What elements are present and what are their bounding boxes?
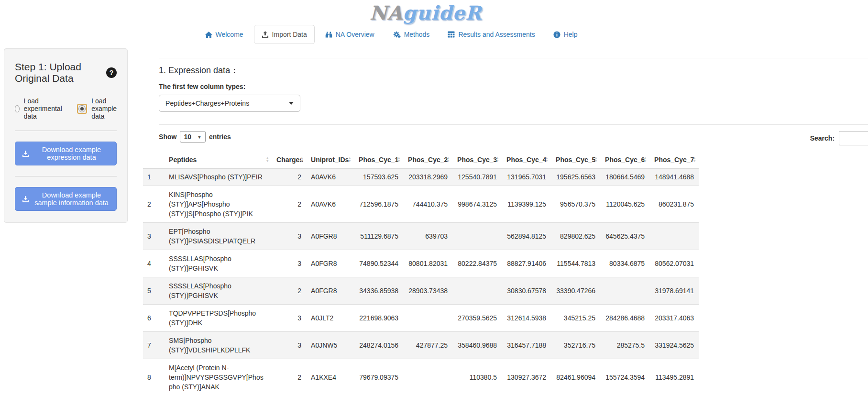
charge-cell: 3 — [272, 305, 306, 332]
table-search-input[interactable] — [839, 131, 868, 145]
value-cell: 180664.5469 — [600, 168, 649, 186]
value-cell: 221698.9063 — [354, 305, 403, 332]
column-header-uniprot_ids[interactable]: Uniprot_IDs▲▼ — [306, 152, 354, 168]
download-icon — [22, 150, 29, 157]
row-index-cell: 8 — [143, 359, 164, 395]
table-row[interactable]: 3EPT[Phospho (STY)]PSIASDISLPIATQELR3A0F… — [143, 223, 699, 250]
table-row[interactable]: 8M[Acetyl (Protein N-term)]NPVYSPGSSGVPY… — [143, 359, 699, 395]
value-cell: 998674.3125 — [452, 186, 502, 223]
value-cell: 331924.5625 — [649, 332, 699, 359]
uniprot-cell: A0JLT2 — [306, 305, 354, 332]
column-header-label: Charges — [276, 156, 303, 164]
naguider-app: NAguideR Welcome Import Data NA Overview — [0, 0, 868, 395]
data-source-radios: Load experimental data Load example data — [15, 97, 117, 120]
value-cell — [403, 359, 452, 395]
radio-load-experimental[interactable]: Load experimental data — [15, 97, 65, 120]
value-cell — [452, 223, 502, 250]
row-index-cell: 5 — [143, 277, 164, 305]
upload-panel: Step 1: Upload Original Data ? Load expe… — [4, 48, 128, 223]
tab-welcome[interactable]: Welcome — [198, 25, 251, 44]
value-cell: 1139399.125 — [502, 186, 551, 223]
row-index-cell: 4 — [143, 250, 164, 277]
value-cell: 511129.6875 — [354, 223, 403, 250]
divider — [15, 176, 117, 176]
peptide-cell: SSSSLLAS[Phospho (STY)]PGHISVK — [164, 277, 272, 305]
sort-icon: ▲▼ — [348, 157, 352, 163]
tab-label: Methods — [404, 30, 430, 39]
column-header-label: Peptides — [169, 156, 197, 164]
download-icon — [22, 196, 29, 203]
table-row[interactable]: 7SMS[Phospho (STY)]VDLSHIPLKDPLLFK3A0JNW… — [143, 332, 699, 359]
sort-icon: ▲▼ — [265, 157, 269, 163]
value-cell: 110380.5 — [452, 359, 502, 395]
value-cell: 80562.07031 — [649, 250, 699, 277]
value-cell: 860231.875 — [649, 186, 699, 223]
column-header-label: Phos_Cyc_1 — [359, 156, 398, 164]
column-header-label: Phos_Cyc_4 — [506, 156, 546, 164]
sort-icon: ▲▼ — [643, 157, 647, 163]
tab-import-data[interactable]: Import Data — [254, 25, 315, 44]
value-cell: 31978.69141 — [649, 277, 699, 305]
download-expression-button[interactable]: Download example expression data — [15, 142, 117, 165]
column-header-peptides[interactable]: Peptides▲▼ — [164, 152, 272, 168]
tab-methods[interactable]: Methods — [385, 25, 438, 44]
tab-label: Welcome — [216, 30, 243, 39]
value-cell: 28903.73438 — [403, 277, 452, 305]
column-header-phos_cyc_5[interactable]: Phos_Cyc_5▲▼ — [551, 152, 600, 168]
tab-results-assessments[interactable]: Results and Assessments — [440, 25, 542, 44]
table-row[interactable]: 6TQDPVPPETPSDS[Phospho (STY)]DHK3A0JLT22… — [143, 305, 699, 332]
value-cell: 131965.7031 — [502, 168, 551, 186]
column-header-label: Phos_Cyc_2 — [408, 156, 448, 164]
main-nav: Welcome Import Data NA Overview Methods — [0, 25, 782, 44]
import-data-panel: 1. Expression data： The first few column… — [143, 48, 868, 395]
download-sample-info-button[interactable]: Download example sample information data — [15, 187, 117, 211]
page-length-select[interactable]: 10 ▼ — [180, 131, 205, 143]
column-header-phos_cyc_2[interactable]: Phos_Cyc_2▲▼ — [403, 152, 452, 168]
question-circle-icon[interactable]: ? — [106, 67, 117, 78]
button-label: Download example expression data — [33, 146, 110, 161]
tab-help[interactable]: Help — [546, 25, 585, 44]
uniprot-cell: A0FGR8 — [306, 250, 354, 277]
table-row[interactable]: 5SSSSLLAS[Phospho (STY)]PGHISVK2A0FGR834… — [143, 277, 699, 305]
uniprot-cell: A0FGR8 — [306, 277, 354, 305]
row-index-cell: 1 — [143, 168, 164, 186]
value-cell — [403, 305, 452, 332]
peptide-cell: M[Acetyl (Protein N-term)]NPVYSPGSSGVPY[… — [164, 359, 272, 395]
value-cell: 195625.6563 — [551, 168, 600, 186]
column-header-label: Uniprot_IDs — [311, 156, 349, 164]
value-cell: 358460.9688 — [452, 332, 502, 359]
column-header-phos_cyc_1[interactable]: Phos_Cyc_1▲▼ — [354, 152, 403, 168]
tab-na-overview[interactable]: NA Overview — [318, 25, 382, 44]
value-cell: 956570.375 — [551, 186, 600, 223]
row-index-header[interactable] — [143, 152, 164, 168]
panel-title: Step 1: Upload Original Data ? — [15, 61, 117, 84]
value-cell: 74890.52344 — [354, 250, 403, 277]
value-cell: 352716.75 — [551, 332, 600, 359]
column-types-select[interactable]: Peptides+Charges+Proteins — [159, 95, 300, 112]
table-row[interactable]: 4SSSSLLAS[Phospho (STY)]PGHISVK3A0FGR874… — [143, 250, 699, 277]
value-cell: 80222.84375 — [452, 250, 502, 277]
value-cell: 270359.5625 — [452, 305, 502, 332]
radio-label: Load example data — [91, 97, 117, 120]
value-cell: 285275.5 — [600, 332, 649, 359]
table-row[interactable]: 1MLISAVS[Phospho (STY)]PEIR2A0AVK6157593… — [143, 168, 699, 186]
column-header-label: Phos_Cyc_6 — [605, 156, 645, 164]
column-header-label: Phos_Cyc_7 — [654, 156, 694, 164]
radio-load-example[interactable]: Load example data — [77, 97, 117, 120]
column-header-phos_cyc_6[interactable]: Phos_Cyc_6▲▼ — [600, 152, 649, 168]
value-cell: 80334.6875 — [600, 250, 649, 277]
value-cell: 316457.7188 — [502, 332, 551, 359]
sort-icon: ▲▼ — [300, 157, 304, 163]
table-search-control: Search: — [810, 131, 868, 145]
value-cell — [600, 277, 649, 305]
table-row[interactable]: 2KINS[Phospho (STY)]APS[Phospho (STY)]S[… — [143, 186, 699, 223]
sort-icon: ▲▼ — [594, 157, 598, 163]
column-header-label: Phos_Cyc_5 — [556, 156, 595, 164]
home-icon — [205, 31, 212, 38]
column-header-phos_cyc_4[interactable]: Phos_Cyc_4▲▼ — [502, 152, 551, 168]
charge-cell: 2 — [272, 359, 306, 395]
column-header-phos_cyc_7[interactable]: Phos_Cyc_7▲▼ — [649, 152, 699, 168]
value-cell: 248274.0156 — [354, 332, 403, 359]
column-header-charges[interactable]: Charges▲▼ — [272, 152, 306, 168]
column-header-phos_cyc_3[interactable]: Phos_Cyc_3▲▼ — [452, 152, 502, 168]
